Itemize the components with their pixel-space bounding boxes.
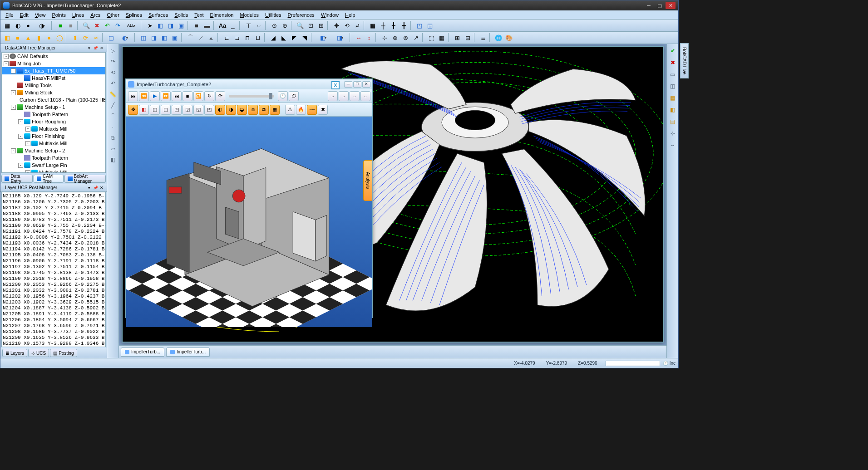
cycle-icon[interactable]: ⟳ <box>215 91 225 101</box>
zoom-in-icon[interactable]: 🔍 <box>295 20 305 30</box>
menu-help[interactable]: Help <box>342 11 359 19</box>
panel-menu-icon[interactable]: ▾ <box>86 185 92 191</box>
redo-icon[interactable]: ↷ <box>113 20 123 30</box>
rewind-start-icon[interactable]: ⏮ <box>128 91 138 101</box>
zoom-all-icon[interactable]: ⊞ <box>316 20 326 30</box>
menu-surfaces[interactable]: Surfaces <box>145 11 171 19</box>
tree-expand-icon[interactable]: - <box>4 61 9 66</box>
close-button[interactable]: ✕ <box>666 2 676 9</box>
menu-window[interactable]: Window <box>318 11 342 19</box>
cube-view3-icon[interactable]: ▣ <box>176 20 186 30</box>
clear-icon[interactable]: ✖ <box>318 105 328 115</box>
speed-low-icon[interactable]: ◐ <box>215 105 225 115</box>
color-block-icon[interactable]: ■ <box>192 20 202 30</box>
step-back-icon[interactable]: ⏪ <box>139 91 149 101</box>
tree-expand-icon[interactable]: - <box>11 69 16 73</box>
heatmap-icon[interactable]: 🔥 <box>296 105 306 115</box>
pin-icon[interactable]: 📌 <box>92 45 99 51</box>
tree-node[interactable]: -Machine Setup - 1 <box>2 103 105 111</box>
tree-node[interactable]: -5x_Haas_TT_UMC750 <box>2 67 105 74</box>
tree-node[interactable]: +Multiaxis Mill <box>2 140 105 147</box>
cylinder-icon[interactable]: ▮ <box>34 33 44 43</box>
measure-icon[interactable]: ↔ <box>254 20 264 30</box>
box-sel-icon[interactable]: ▢ <box>106 33 116 43</box>
menu-utilities[interactable]: Utilities <box>262 11 284 19</box>
grip-icon[interactable]: ⁞ <box>2 185 4 190</box>
slice-icon[interactable]: ◨ <box>149 33 159 43</box>
axis-icon[interactable]: ┼ <box>378 20 388 30</box>
panel-menu-icon[interactable]: ▾ <box>86 45 92 51</box>
text-aa-icon[interactable]: Aa <box>217 20 227 30</box>
tree-node[interactable]: +Multiaxis Mill <box>2 169 105 173</box>
cube-wire5-icon[interactable]: ◰ <box>204 105 214 115</box>
tree-node[interactable]: +Multiaxis Mill <box>2 125 105 132</box>
torus-icon[interactable]: ◯ <box>54 33 64 43</box>
chamfer-icon[interactable]: ⟋ <box>196 33 206 43</box>
bottom-tab-layers[interactable]: ≣Layers <box>2 349 27 357</box>
menu-dimension[interactable]: Dimension <box>207 11 237 19</box>
vtool-surface-icon[interactable]: ▱ <box>108 144 118 154</box>
mdi-close[interactable]: ✕ <box>362 81 370 88</box>
iso-view-icon[interactable]: ◲ <box>425 20 435 30</box>
world-icon[interactable]: 🌐 <box>493 33 503 43</box>
cube-wire4-icon[interactable]: ◱ <box>193 105 203 115</box>
shaded-icon[interactable]: ● <box>23 20 33 30</box>
menu-points[interactable]: Points <box>49 11 69 19</box>
tree-expand-icon[interactable]: + <box>25 141 30 146</box>
menu-lines[interactable]: Lines <box>69 11 87 19</box>
view-b-icon[interactable]: ▫ <box>339 91 349 101</box>
line-style-icon[interactable]: ⎯ <box>228 20 238 30</box>
trash-icon[interactable]: ✖ <box>92 20 102 30</box>
cube-wire3-icon[interactable]: ◲ <box>182 105 192 115</box>
dim-v-icon[interactable]: ↕ <box>364 33 374 43</box>
sel-box-icon[interactable]: ⬚ <box>426 33 436 43</box>
panel-close-icon[interactable]: ✕ <box>99 45 105 51</box>
pin-icon[interactable]: 📌 <box>92 185 99 191</box>
trim2-icon[interactable]: ⊐ <box>232 33 242 43</box>
pattern2-icon[interactable]: ⊟ <box>463 33 473 43</box>
zoom-sel-icon[interactable]: 🔍 <box>81 20 91 30</box>
scale-axis-icon[interactable]: ⊚ <box>400 33 410 43</box>
tree-expand-icon[interactable]: - <box>11 148 16 153</box>
layers-tool-icon[interactable]: ≣ <box>478 33 488 43</box>
rs-tool6-icon[interactable]: ⊹ <box>668 128 678 138</box>
tool-disp-icon[interactable]: ⧈ <box>248 105 258 115</box>
cube-yellow-icon[interactable]: ◧ <box>2 33 12 43</box>
offset2-icon[interactable]: ◣ <box>279 33 289 43</box>
toolpath-vis-icon[interactable]: 〰 <box>307 105 317 115</box>
move-axis-icon[interactable]: ⊹ <box>380 33 390 43</box>
tree-tab-data-entry[interactable]: Data Entry <box>1 175 33 183</box>
tree-node[interactable]: -Floor Finishing <box>2 132 105 140</box>
menu-view[interactable]: View <box>32 11 49 19</box>
loft-icon[interactable]: ≈ <box>91 33 101 43</box>
sphere-icon[interactable]: ● <box>44 33 54 43</box>
maximize-button[interactable]: ▢ <box>655 2 665 9</box>
view-d-icon[interactable]: ▫ <box>360 91 370 101</box>
pattern1-icon[interactable]: ⊞ <box>452 33 462 43</box>
rotate3d-icon[interactable]: ⟲ <box>342 20 352 30</box>
minimize-button[interactable]: ─ <box>644 2 654 9</box>
vtool-undo-icon[interactable]: ↶ <box>108 78 118 88</box>
tree-node[interactable]: -Machine Setup - 2 <box>2 147 105 154</box>
collision-icon[interactable]: ⚠ <box>285 105 295 115</box>
rotate-axis-icon[interactable]: ⊛ <box>390 33 400 43</box>
translate-icon[interactable]: ↗ <box>411 33 421 43</box>
axis-z-icon[interactable]: ╋ <box>399 20 409 30</box>
tree-node[interactable]: -Swarf Large Fin <box>2 162 105 169</box>
vtool-arc-icon[interactable]: ⌒ <box>108 111 118 121</box>
menu-file[interactable]: File <box>2 11 17 19</box>
sim-viewport[interactable]: Analysis <box>126 117 372 327</box>
split-icon[interactable]: ◧ <box>159 33 169 43</box>
tree-expand-icon[interactable]: - <box>18 119 23 124</box>
face-cube-icon[interactable]: ◧▾ <box>315 33 331 43</box>
mdi-maximize[interactable]: □ <box>353 81 361 88</box>
menu-modules[interactable]: Modules <box>237 11 262 19</box>
tree-expand-icon[interactable]: - <box>4 54 9 59</box>
grid-icon[interactable]: ▦ <box>368 20 378 30</box>
vtool-select-icon[interactable]: ▷ <box>108 46 118 56</box>
undo-icon[interactable]: ↶ <box>102 20 112 30</box>
shaded-wire-icon[interactable]: ◐ <box>13 20 23 30</box>
menu-solids[interactable]: Solids <box>171 11 191 19</box>
vtool-redo-icon[interactable]: ↷ <box>108 57 118 67</box>
offset1-icon[interactable]: ◢ <box>268 33 278 43</box>
